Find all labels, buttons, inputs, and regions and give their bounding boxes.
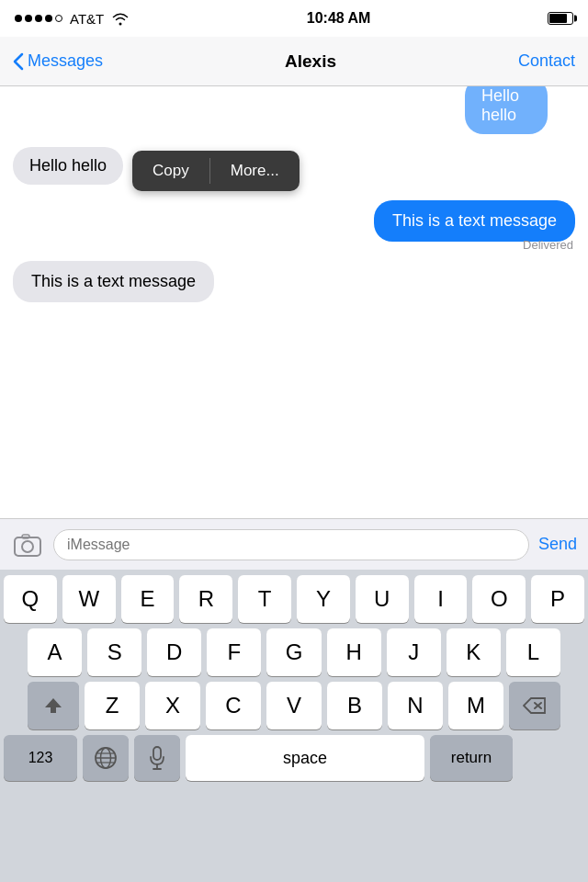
key-s[interactable]: S: [87, 628, 141, 676]
key-m[interactable]: M: [448, 682, 503, 729]
key-v[interactable]: V: [266, 682, 322, 729]
delete-key[interactable]: [509, 682, 560, 729]
key-n[interactable]: N: [388, 682, 443, 729]
key-z[interactable]: Z: [85, 682, 140, 729]
partial-outgoing-bubble: Hello hello: [465, 86, 575, 134]
incoming-bubble-1[interactable]: Hello hello: [13, 147, 123, 185]
key-b[interactable]: B: [327, 682, 382, 729]
back-label: Messages: [28, 51, 103, 71]
signal-dot-1: [15, 15, 22, 22]
back-button[interactable]: Messages: [13, 51, 103, 71]
key-w[interactable]: W: [62, 575, 116, 623]
key-q[interactable]: Q: [4, 575, 57, 623]
svg-rect-10: [153, 747, 161, 760]
key-k[interactable]: K: [447, 628, 501, 676]
key-u[interactable]: U: [356, 575, 409, 623]
carrier-label: AT&T: [70, 11, 104, 27]
incoming-bubble-2[interactable]: This is a text message: [13, 261, 214, 302]
signal-dot-5: [55, 15, 62, 22]
keyboard-row-2: A S D F G H J K L: [0, 623, 588, 676]
key-a[interactable]: A: [28, 628, 82, 676]
key-o[interactable]: O: [472, 575, 526, 623]
key-x[interactable]: X: [145, 682, 200, 729]
outgoing-bubble-1[interactable]: This is a text message: [374, 200, 575, 242]
message-row-incoming: Hello hello Copy More...: [13, 147, 575, 191]
mic-icon: [149, 746, 165, 770]
status-time: 10:48 AM: [307, 10, 371, 27]
globe-icon: [94, 746, 118, 770]
key-j[interactable]: J: [387, 628, 441, 676]
numbers-key[interactable]: 123: [4, 735, 77, 781]
contact-button[interactable]: Contact: [518, 51, 575, 71]
outgoing-message-group: This is a text message Delivered: [13, 200, 575, 252]
shift-key[interactable]: [28, 682, 79, 729]
key-t[interactable]: T: [238, 575, 291, 623]
status-bar: AT&T 10:48 AM: [0, 0, 588, 37]
key-l[interactable]: L: [506, 628, 560, 676]
wifi-icon: [111, 11, 130, 26]
partial-bubble-text: Hello hello: [465, 86, 548, 134]
signal-dot-2: [25, 15, 32, 22]
message-input[interactable]: [53, 529, 529, 560]
keyboard: Q W E R T Y U I O P A S D F G H J K L Z …: [0, 570, 588, 882]
key-f[interactable]: F: [207, 628, 261, 676]
key-r[interactable]: R: [179, 575, 232, 623]
key-c[interactable]: C: [206, 682, 261, 729]
context-copy-button[interactable]: Copy: [132, 151, 209, 191]
key-y[interactable]: Y: [297, 575, 350, 623]
globe-key[interactable]: [83, 735, 129, 781]
camera-button[interactable]: [11, 528, 44, 561]
input-bar: Send: [0, 518, 588, 570]
signal-dot-3: [35, 15, 42, 22]
space-key[interactable]: space: [186, 735, 424, 781]
battery-icon: [548, 12, 573, 25]
context-menu: Copy More...: [132, 151, 300, 191]
status-right: [548, 12, 573, 25]
messages-area: Hello hello Hello hello Copy More... Thi…: [0, 86, 588, 518]
keyboard-row-3: Z X C V B N M: [0, 676, 588, 729]
battery-fill: [549, 14, 567, 23]
context-more-button[interactable]: More...: [210, 151, 300, 191]
key-i[interactable]: I: [414, 575, 468, 623]
key-e[interactable]: E: [121, 575, 175, 623]
signal-strength: [15, 15, 62, 22]
signal-dot-4: [45, 15, 52, 22]
key-h[interactable]: H: [327, 628, 381, 676]
delete-icon: [523, 696, 547, 715]
mic-key[interactable]: [134, 735, 180, 781]
key-d[interactable]: D: [147, 628, 201, 676]
camera-icon: [14, 533, 41, 557]
send-button[interactable]: Send: [538, 535, 577, 554]
chevron-left-icon: [13, 52, 24, 71]
return-key[interactable]: return: [430, 735, 513, 781]
shift-icon: [43, 695, 63, 716]
svg-point-1: [22, 541, 33, 552]
nav-bar: Messages Alexis Contact: [0, 37, 588, 86]
conversation-title: Alexis: [285, 51, 336, 72]
status-left: AT&T: [15, 11, 130, 27]
key-p[interactable]: P: [531, 575, 584, 623]
keyboard-row-1: Q W E R T Y U I O P: [0, 570, 588, 623]
keyboard-row-4: 123 space return: [0, 729, 588, 786]
delivered-label: Delivered: [523, 238, 573, 252]
key-g[interactable]: G: [266, 628, 321, 676]
